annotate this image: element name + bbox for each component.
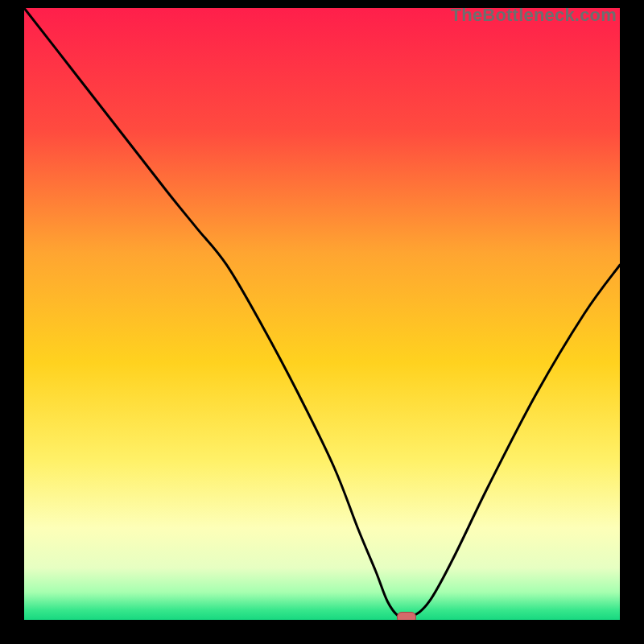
- bottleneck-curve: [24, 8, 620, 619]
- curve-layer: [24, 8, 620, 620]
- watermark-text: TheBottleneck.com: [451, 5, 617, 26]
- plot-area: [24, 8, 620, 620]
- chart-frame: TheBottleneck.com: [0, 0, 644, 644]
- optimal-marker: [397, 612, 416, 620]
